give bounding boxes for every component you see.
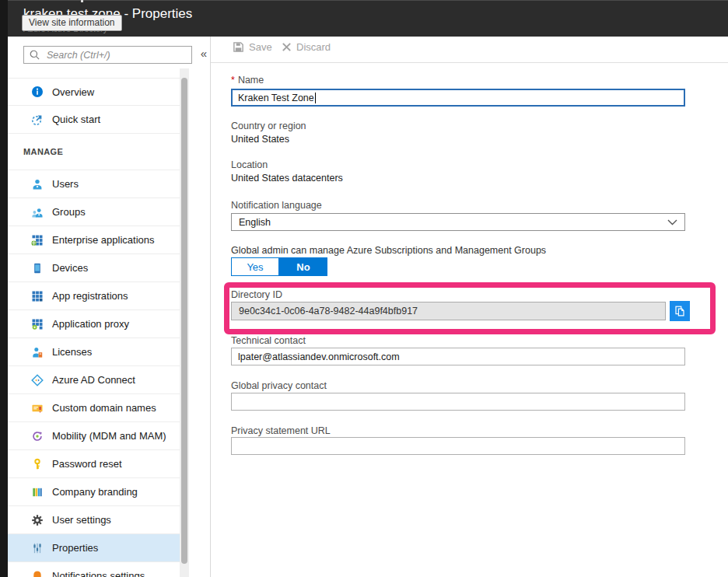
location-label: Location (231, 159, 268, 170)
discard-icon (282, 42, 292, 52)
search-input[interactable] (47, 50, 187, 61)
properties-icon (31, 542, 44, 554)
sidebar-item-app-registrations[interactable]: App registrations (8, 282, 180, 310)
global-privacy-contact-input[interactable] (231, 393, 685, 411)
mobility-icon (31, 430, 44, 442)
search-icon (29, 49, 40, 61)
properties-pane: Save Discard *Name Kraken Test Zone Coun… (211, 37, 728, 577)
global-privacy-contact-label: Global privacy contact (231, 380, 327, 391)
location-value: United States datacenters (231, 173, 343, 184)
info-icon (31, 86, 44, 98)
application-proxy-icon (31, 318, 44, 330)
sidebar-scrollbar[interactable] (180, 68, 189, 577)
sidebar-item-overview[interactable]: Overview (8, 78, 180, 106)
sidebar-scrollbar-thumb[interactable] (181, 78, 187, 564)
sidebar-item-company-branding[interactable]: Company branding (8, 478, 180, 506)
user-settings-icon (31, 514, 44, 526)
view-site-information-tooltip: View site information (22, 15, 122, 31)
sidebar-item-notifications-settings[interactable]: Notifications settings (8, 562, 180, 577)
sidebar: « Overview Quick start MANAGE Users Gro (8, 37, 210, 577)
app-registrations-icon (31, 290, 44, 302)
country-value: United States (231, 134, 289, 145)
azure-ad-connect-icon (31, 374, 44, 386)
tooltip-anchor-tick (81, 0, 83, 2)
global-admin-toggle: Yes No (231, 257, 327, 276)
custom-domain-names-icon (31, 402, 44, 414)
name-input[interactable]: Kraken Test Zone (231, 89, 685, 107)
quick-start-icon (31, 114, 44, 126)
sidebar-item-properties[interactable]: Properties (8, 534, 180, 562)
groups-icon (31, 206, 44, 219)
discard-button[interactable]: Discard (282, 41, 331, 53)
technical-contact-label: Technical contact (231, 335, 306, 346)
notification-language-label: Notification language (231, 200, 322, 211)
licenses-icon (31, 346, 44, 358)
sidebar-item-devices[interactable]: Devices (8, 254, 180, 282)
notification-language-select[interactable]: English (231, 213, 685, 231)
users-icon (31, 178, 44, 191)
required-marker: * (231, 75, 235, 86)
sidebar-section-manage: MANAGE (8, 134, 180, 170)
sidebar-item-user-settings[interactable]: User settings (8, 506, 180, 534)
sidebar-item-application-proxy[interactable]: Application proxy (8, 310, 180, 338)
toggle-no-button[interactable]: No (279, 257, 327, 276)
sidebar-item-azure-ad-connect[interactable]: Azure AD Connect (8, 366, 180, 394)
country-label: Country or region (231, 121, 306, 131)
sidebar-item-users[interactable]: Users (8, 170, 180, 198)
directory-id-input: 9e0c34c1-0c06-4a78-9482-44a9f4bfb917 (231, 302, 666, 320)
save-button[interactable]: Save (233, 41, 272, 53)
sidebar-item-password-reset[interactable]: Password reset (8, 450, 180, 478)
sidebar-item-groups[interactable]: Groups (8, 198, 180, 226)
save-icon (233, 41, 244, 53)
sidebar-item-mobility[interactable]: Mobility (MDM and MAM) (8, 422, 180, 450)
sidebar-item-licenses[interactable]: Licenses (8, 338, 180, 366)
portal-left-edge-strip (0, 0, 8, 577)
sidebar-item-enterprise-applications[interactable]: Enterprise applications (8, 226, 180, 254)
text-caret (315, 93, 316, 103)
technical-contact-input[interactable] (231, 348, 685, 365)
name-label: *Name (231, 75, 264, 86)
password-reset-icon (31, 458, 44, 470)
sidebar-search-box[interactable] (23, 46, 192, 64)
copy-directory-id-button[interactable] (670, 301, 690, 321)
command-toolbar: Save Discard (211, 37, 728, 63)
chevron-down-icon (667, 219, 677, 226)
global-admin-label: Global admin can manage Azure Subscripti… (231, 245, 546, 256)
privacy-statement-url-input[interactable] (231, 437, 685, 455)
privacy-statement-url-label: Privacy statement URL (231, 425, 331, 436)
directory-id-label: Directory ID (231, 289, 282, 300)
copy-icon (674, 305, 686, 317)
enterprise-applications-icon (31, 234, 44, 247)
devices-icon (31, 262, 44, 275)
sidebar-nav: Overview Quick start MANAGE Users Groups… (8, 78, 180, 577)
sidebar-item-label: Overview (52, 86, 94, 98)
azure-portal-properties-page: kraken test zone - Properties Azure Acti… (0, 0, 728, 577)
sidebar-item-label: Quick start (52, 114, 100, 125)
toggle-yes-button[interactable]: Yes (231, 257, 279, 276)
sidebar-item-quick-start[interactable]: Quick start (8, 106, 180, 134)
collapse-sidebar-button[interactable]: « (197, 44, 211, 61)
sidebar-item-custom-domain-names[interactable]: Custom domain names (8, 394, 180, 422)
notifications-icon (31, 570, 44, 577)
company-branding-icon (31, 486, 44, 498)
